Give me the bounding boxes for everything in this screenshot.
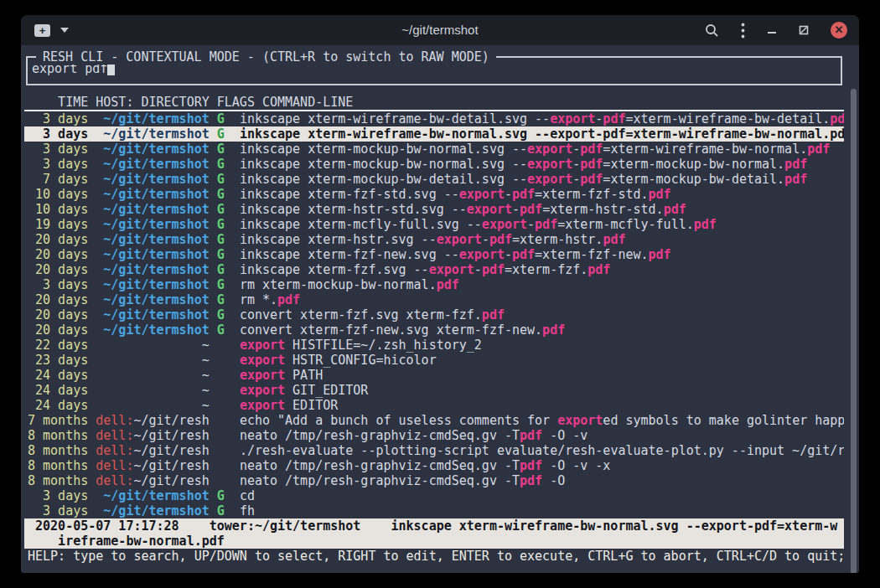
history-row[interactable]: 23 days ~ export HSTR_CONFIG=hicolor	[24, 353, 844, 368]
titlebar: + ~/git/termshot	[21, 15, 859, 45]
history-rows: 3 days ~/git/termshot G inkscape xterm-w…	[24, 111, 844, 518]
history-row[interactable]: 7 months dell:~/git/resh echo "Add a bun…	[24, 413, 844, 428]
history-row[interactable]: 7 days ~/git/termshot G inkscape xterm-m…	[24, 172, 844, 187]
history-row[interactable]: 3 days ~/git/termshot G rm xterm-mockup-…	[24, 277, 844, 292]
history-row[interactable]: 3 days ~/git/termshot G inkscape xterm-m…	[24, 157, 844, 172]
history-row[interactable]: 20 days ~/git/termshot G inkscape xterm-…	[24, 232, 844, 247]
help-bar: HELP: type to search, UP/DOWN to select,…	[24, 549, 844, 564]
resh-search-box: RESH CLI - CONTEXTUAL MODE - (CTRL+R to …	[26, 56, 842, 85]
history-row[interactable]: 22 days ~ export HISTFILE=~/.zsh_history…	[24, 338, 844, 353]
selected-command-status: 2020-05-07 17:17:28 tower:~/git/termshot…	[24, 518, 844, 549]
search-icon[interactable]	[705, 23, 719, 38]
history-row[interactable]: 20 days ~/git/termshot G rm *.pdf	[24, 292, 844, 307]
history-row[interactable]: 19 days ~/git/termshot G inkscape xterm-…	[24, 217, 844, 232]
history-row[interactable]: 10 days ~/git/termshot G inkscape xterm-…	[24, 202, 844, 217]
close-icon[interactable]: ✕	[831, 22, 847, 39]
status-line-2: ireframe-bw-normal.pdf	[24, 534, 844, 549]
history-row[interactable]: 3 days ~/git/termshot G inkscape xterm-m…	[24, 142, 844, 157]
history-row[interactable]: 8 months dell:~/git/resh ./resh-evaluate…	[24, 443, 844, 458]
history-row[interactable]: 3 days ~/git/termshot G inkscape xterm-w…	[24, 126, 844, 142]
status-line-1: 2020-05-07 17:17:28 tower:~/git/termshot…	[24, 518, 844, 534]
history-row[interactable]: 3 days ~/git/termshot G cd	[24, 488, 844, 503]
history-row[interactable]: 8 months dell:~/git/resh neato /tmp/resh…	[24, 473, 844, 488]
history-row[interactable]: 10 days ~/git/termshot G inkscape xterm-…	[24, 187, 844, 202]
history-row[interactable]: 8 months dell:~/git/resh neato /tmp/resh…	[24, 458, 844, 473]
history-row[interactable]: 3 days ~/git/termshot G fh	[24, 503, 844, 518]
history-row[interactable]: 20 days ~/git/termshot G inkscape xterm-…	[24, 262, 844, 277]
history-row[interactable]: 20 days ~/git/termshot G inkscape xterm-…	[24, 247, 844, 262]
minimize-icon[interactable]	[767, 25, 777, 35]
history-row[interactable]: 20 days ~/git/termshot G convert xterm-f…	[24, 322, 844, 338]
history-row[interactable]: 24 days ~ export EDITOR	[24, 398, 844, 413]
history-table-header: TIME HOST: DIRECTORY FLAGS COMMAND-LINE	[24, 95, 844, 111]
terminal-window: + ~/git/termshot	[21, 15, 859, 573]
history-row[interactable]: 3 days ~/git/termshot G inkscape xterm-w…	[24, 111, 844, 126]
scrollbar-thumb[interactable]	[851, 89, 857, 573]
restore-window-icon[interactable]	[799, 25, 809, 35]
history-row[interactable]: 24 days ~ export PATH	[24, 368, 844, 383]
history-row[interactable]: 8 months dell:~/git/resh neato /tmp/resh…	[24, 428, 844, 443]
search-box-legend: RESH CLI - CONTEXTUAL MODE - (CTRL+R to …	[36, 49, 496, 64]
history-row[interactable]: 20 days ~/git/termshot G convert xterm-f…	[24, 307, 844, 322]
terminal-screen: RESH CLI - CONTEXTUAL MODE - (CTRL+R to …	[21, 56, 859, 573]
history-row[interactable]: 24 days ~ export GIT_EDITOR	[24, 383, 844, 398]
kebab-menu-icon[interactable]	[741, 23, 745, 39]
